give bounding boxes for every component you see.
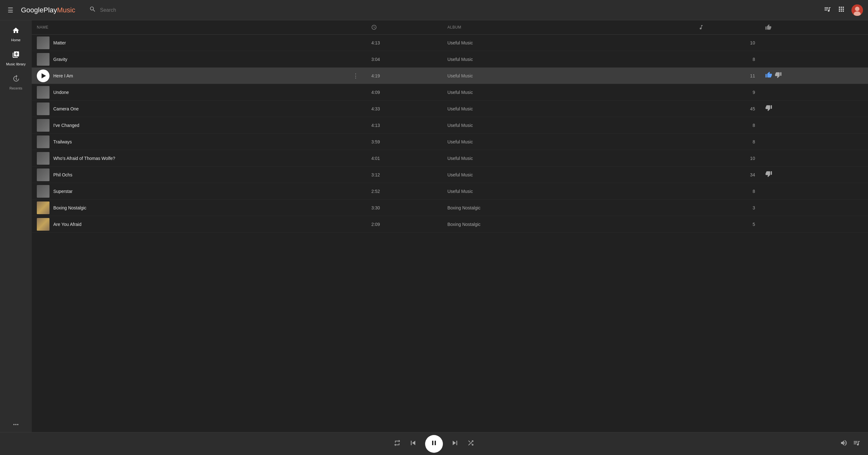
svg-point-1 xyxy=(855,7,860,11)
track-album: Useful Music xyxy=(442,51,693,68)
track-duration: 4:01 xyxy=(366,150,442,166)
track-rating xyxy=(760,100,868,117)
logo-play-text: Play xyxy=(43,6,57,14)
play-button[interactable] xyxy=(37,69,50,82)
table-row[interactable]: Undone ⋮ 4:09 Useful Music 9 xyxy=(32,84,868,100)
album-thumbnail xyxy=(37,135,50,148)
track-duration: 2:52 xyxy=(366,183,442,200)
track-album: Useful Music xyxy=(442,100,693,117)
track-title: Gravity xyxy=(53,57,67,62)
track-more-button[interactable]: ⋮ xyxy=(350,71,361,81)
volume-icon[interactable] xyxy=(840,439,848,449)
track-plays: 8 xyxy=(693,51,760,68)
sidebar: Home Music library Recents xyxy=(0,20,32,432)
thumbup-button[interactable] xyxy=(765,71,772,80)
table-row[interactable]: Are You Afraid ⋮ 2:09 Boxing Nostalgic 5 xyxy=(32,216,868,233)
track-name-cell: Undone ⋮ xyxy=(32,84,366,100)
table-row[interactable]: Phil Ochs ⋮ 3:12 Useful Music 34 xyxy=(32,166,868,183)
sidebar-more-button[interactable] xyxy=(0,417,32,432)
search-icon[interactable] xyxy=(89,6,96,14)
thumbdown-button[interactable] xyxy=(765,171,772,179)
nav-right xyxy=(824,4,863,16)
table-row[interactable]: I've Changed ⋮ 4:13 Useful Music 8 xyxy=(32,117,868,133)
album-thumbnail xyxy=(37,185,50,198)
track-title: Here I Am xyxy=(53,73,73,79)
track-name-cell: Trailways ⋮ xyxy=(32,133,366,150)
track-title: Superstar xyxy=(53,189,73,194)
track-rating xyxy=(760,68,868,84)
track-title: Boxing Nostalgic xyxy=(53,205,86,210)
repeat-button[interactable] xyxy=(393,439,401,449)
queue-list-icon[interactable] xyxy=(824,5,831,15)
album-thumbnail xyxy=(37,202,50,214)
col-header-plays xyxy=(693,20,760,35)
track-title: Matter xyxy=(53,40,66,46)
menu-icon[interactable]: ☰ xyxy=(5,4,16,17)
track-rating xyxy=(760,84,868,100)
track-plays: 8 xyxy=(693,133,760,150)
track-rating xyxy=(760,117,868,133)
thumbdown-button[interactable] xyxy=(775,71,782,80)
content-area: NAME ALBUM xyxy=(32,20,868,432)
album-thumbnail xyxy=(37,102,50,115)
track-duration: 2:09 xyxy=(366,216,442,233)
table-row[interactable]: Gravity ⋮ 3:04 Useful Music 8 xyxy=(32,51,868,68)
album-thumbnail xyxy=(37,169,50,181)
prev-track-button[interactable] xyxy=(409,438,417,449)
track-name-cell: Who's Afraid of Thomas Wolfe? ⋮ xyxy=(32,150,366,166)
track-title: Who's Afraid of Thomas Wolfe? xyxy=(53,156,115,161)
play-pause-button[interactable] xyxy=(425,435,443,453)
apps-grid-icon[interactable] xyxy=(838,5,845,15)
library-icon xyxy=(12,51,20,60)
track-plays: 8 xyxy=(693,117,760,133)
track-name-cell: Matter ⋮ xyxy=(32,35,366,51)
search-area xyxy=(89,6,820,14)
track-duration: 4:13 xyxy=(366,35,442,51)
shuffle-button[interactable] xyxy=(467,439,475,449)
table-row[interactable]: Superstar ⋮ 2:52 Useful Music 8 xyxy=(32,183,868,200)
track-title: Camera One xyxy=(53,106,79,111)
track-album: Useful Music xyxy=(442,117,693,133)
track-duration: 3:12 xyxy=(366,166,442,183)
col-header-rating xyxy=(760,20,868,35)
track-album: Useful Music xyxy=(442,35,693,51)
table-row[interactable]: Trailways ⋮ 3:59 Useful Music 8 xyxy=(32,133,868,150)
track-album: Useful Music xyxy=(442,133,693,150)
track-duration: 3:04 xyxy=(366,51,442,68)
track-title: Are You Afraid xyxy=(53,222,82,227)
track-plays: 8 xyxy=(693,183,760,200)
top-navigation: ☰ Google Play Music xyxy=(0,0,868,20)
track-album: Boxing Nostalgic xyxy=(442,216,693,233)
recents-icon xyxy=(12,75,20,84)
next-track-button[interactable] xyxy=(451,438,459,449)
track-album: Useful Music xyxy=(442,68,693,84)
player-controls xyxy=(393,435,475,453)
table-row[interactable]: Who's Afraid of Thomas Wolfe? ⋮ 4:01 Use… xyxy=(32,150,868,166)
track-rating xyxy=(760,133,868,150)
album-thumbnail xyxy=(37,36,50,49)
track-name-cell: Superstar ⋮ xyxy=(32,183,366,200)
table-row[interactable]: Here I Am ⋮ 4:19 Useful Music 11 xyxy=(32,68,868,84)
track-plays: 9 xyxy=(693,84,760,100)
search-input[interactable] xyxy=(100,7,163,13)
album-thumbnail xyxy=(37,119,50,132)
table-row[interactable]: Camera One ⋮ 4:33 Useful Music 45 xyxy=(32,100,868,117)
player-bar xyxy=(0,432,868,455)
table-row[interactable]: Boxing Nostalgic ⋮ 3:30 Boxing Nostalgic… xyxy=(32,200,868,216)
track-plays: 5 xyxy=(693,216,760,233)
sidebar-item-home[interactable]: Home xyxy=(0,23,32,46)
sidebar-item-library-label: Music library xyxy=(6,62,26,66)
album-thumbnail xyxy=(37,152,50,165)
thumbdown-button[interactable] xyxy=(765,104,772,113)
track-duration: 3:59 xyxy=(366,133,442,150)
avatar[interactable] xyxy=(851,4,863,16)
logo-music-text: Music xyxy=(57,6,75,14)
track-rating xyxy=(760,166,868,183)
col-header-album: ALBUM xyxy=(442,20,693,35)
queue-icon[interactable] xyxy=(853,439,860,449)
sidebar-item-library[interactable]: Music library xyxy=(0,47,32,70)
track-duration: 4:19 xyxy=(366,68,442,84)
sidebar-item-recents[interactable]: Recents xyxy=(0,71,32,94)
table-row[interactable]: Matter ⋮ 4:13 Useful Music 10 xyxy=(32,35,868,51)
track-rating xyxy=(760,51,868,68)
